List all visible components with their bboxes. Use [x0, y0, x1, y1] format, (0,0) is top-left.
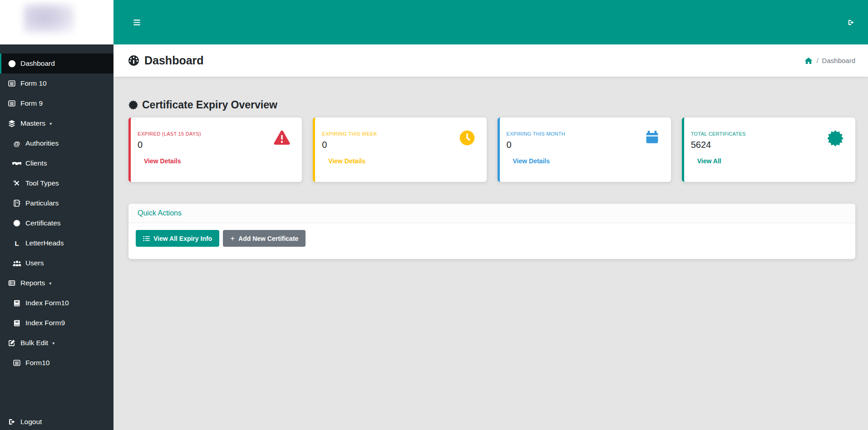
card-value: 0 — [507, 140, 660, 150]
breadcrumb: / Dashboard — [804, 57, 855, 64]
table-list-icon — [7, 279, 16, 287]
home-icon[interactable] — [804, 57, 813, 64]
sidebar-item-label: Particulars — [25, 199, 59, 207]
view-details-link[interactable]: View Details — [144, 157, 181, 165]
handshake-icon — [12, 161, 21, 166]
sidebar-item-masters[interactable]: Masters ▾ — [0, 113, 113, 133]
page-title: Dashboard — [128, 54, 204, 67]
users-icon — [12, 260, 21, 267]
sidebar-item-label: Bulk Edit — [20, 339, 48, 347]
breadcrumb-current: Dashboard — [822, 57, 855, 64]
warning-triangle-icon — [274, 130, 290, 145]
tools-icon — [12, 180, 21, 187]
sidebar-item-users[interactable]: Users — [0, 253, 113, 273]
bars-icon[interactable] — [133, 20, 140, 25]
sidebar-item-form9[interactable]: Form 9 — [0, 93, 113, 113]
chevron-down-icon: ▾ — [49, 281, 51, 286]
sidebar-item-tool-types[interactable]: Tool Types — [0, 173, 113, 193]
sign-out-icon[interactable] — [848, 19, 854, 26]
quick-actions-title: Quick Actions — [128, 204, 855, 223]
sidebar-item-label: Form 10 — [20, 79, 47, 88]
card-label: EXPIRING THIS WEEK — [322, 131, 475, 137]
sidebar-item-authorities[interactable]: @ Authorities — [0, 133, 113, 153]
letter-l-icon: L — [12, 240, 21, 247]
certificate-icon — [827, 130, 843, 147]
sidebar-item-particulars[interactable]: Particulars — [0, 193, 113, 213]
sidebar-item-index-form10[interactable]: Index Form10 — [0, 293, 113, 313]
sidebar-item-label: Logout — [20, 418, 42, 426]
sidebar-item-label: Users — [25, 259, 44, 267]
sidebar: Dashboard Form 10 Form 9 Masters ▾ @ Aut… — [0, 0, 113, 430]
chevron-down-icon: ▾ — [52, 341, 54, 346]
top-navbar — [113, 0, 868, 44]
form-icon — [12, 359, 21, 366]
card-value: 0 — [322, 140, 475, 150]
sidebar-item-logout[interactable]: Logout — [0, 414, 113, 430]
breadcrumb-separator: / — [816, 57, 818, 64]
certificate-icon — [128, 100, 138, 110]
sidebar-item-clients[interactable]: Clients — [0, 153, 113, 173]
chevron-down-icon: ▾ — [49, 121, 52, 126]
sidebar-item-label: Clients — [25, 159, 47, 167]
summary-cards: EXPIRED (LAST 15 DAYS) 0 View Details EX… — [128, 117, 855, 182]
book-icon — [12, 320, 21, 327]
card-value: 0 — [138, 140, 291, 150]
quick-actions-body: View All Expiry Info + Add New Certifica… — [128, 223, 855, 259]
sidebar-item-certificates[interactable]: Certificates — [0, 213, 113, 233]
list-ul-icon — [143, 236, 150, 241]
sidebar-item-label: Form10 — [25, 359, 49, 367]
page-header: Dashboard / Dashboard — [113, 44, 868, 77]
sidebar-item-bulk-edit[interactable]: Bulk Edit ▾ — [0, 333, 113, 353]
view-details-link[interactable]: View Details — [328, 157, 365, 165]
brand-area — [0, 0, 113, 44]
card-expiring-month: EXPIRING THIS MONTH 0 View Details — [498, 117, 671, 182]
sidebar-item-label: Certificates — [25, 219, 61, 227]
clock-icon — [459, 130, 475, 146]
main-content: Certificate Expiry Overview EXPIRED (LAS… — [113, 77, 868, 430]
sidebar-item-index-form9[interactable]: Index Form9 — [0, 313, 113, 333]
sidebar-item-form10-bulk[interactable]: Form10 — [0, 353, 113, 373]
card-total-certificates: TOTAL CERTIFICATES 5624 View All — [682, 117, 855, 182]
card-expiring-week: EXPIRING THIS WEEK 0 View Details — [313, 117, 486, 182]
brand-logo — [24, 4, 74, 34]
quick-actions-panel: Quick Actions View All Expiry Info + Add… — [128, 204, 855, 259]
sidebar-item-reports[interactable]: Reports ▾ — [0, 273, 113, 293]
edit-icon — [7, 339, 16, 347]
sidebar-item-dashboard[interactable]: Dashboard — [0, 54, 113, 73]
form-icon — [7, 80, 16, 87]
sidebar-item-label: Index Form10 — [25, 299, 69, 307]
sidebar-item-label: Authorities — [25, 139, 59, 147]
calendar-icon — [645, 130, 659, 144]
sidebar-item-label: Form 9 — [20, 99, 43, 108]
sidebar-item-letterheads[interactable]: L LetterHeads — [0, 233, 113, 253]
view-details-link[interactable]: View Details — [513, 157, 550, 165]
form-icon — [7, 100, 16, 107]
sign-out-icon — [7, 418, 16, 425]
speedometer-icon — [7, 60, 16, 68]
sidebar-item-label: Masters — [20, 119, 45, 127]
section-title: Certificate Expiry Overview — [128, 99, 855, 111]
at-icon: @ — [12, 140, 21, 147]
sidebar-item-label: Dashboard — [20, 59, 55, 68]
card-value: 5624 — [691, 140, 844, 150]
certificate-icon — [12, 220, 21, 227]
book-icon — [12, 300, 21, 307]
layers-icon — [7, 120, 16, 127]
sidebar-item-label: Tool Types — [25, 179, 59, 187]
plus-icon: + — [230, 235, 235, 242]
view-all-link[interactable]: View All — [697, 157, 721, 165]
sidebar-item-label: LetterHeads — [25, 239, 64, 247]
card-label: TOTAL CERTIFICATES — [691, 131, 844, 137]
speedometer-icon — [128, 55, 139, 66]
card-expired: EXPIRED (LAST 15 DAYS) 0 View Details — [128, 117, 302, 182]
view-all-expiry-info-button[interactable]: View All Expiry Info — [136, 230, 219, 247]
sidebar-item-label: Index Form9 — [25, 319, 65, 327]
sidebar-menu: Dashboard Form 10 Form 9 Masters ▾ @ Aut… — [0, 44, 113, 373]
add-new-certificate-button[interactable]: + Add New Certificate — [223, 230, 306, 247]
sidebar-item-label: Reports — [20, 279, 45, 287]
card-label: EXPIRED (LAST 15 DAYS) — [138, 131, 291, 137]
card-label: EXPIRING THIS MONTH — [507, 131, 660, 137]
sidebar-item-form10[interactable]: Form 10 — [0, 73, 113, 93]
address-book-icon — [12, 200, 21, 207]
